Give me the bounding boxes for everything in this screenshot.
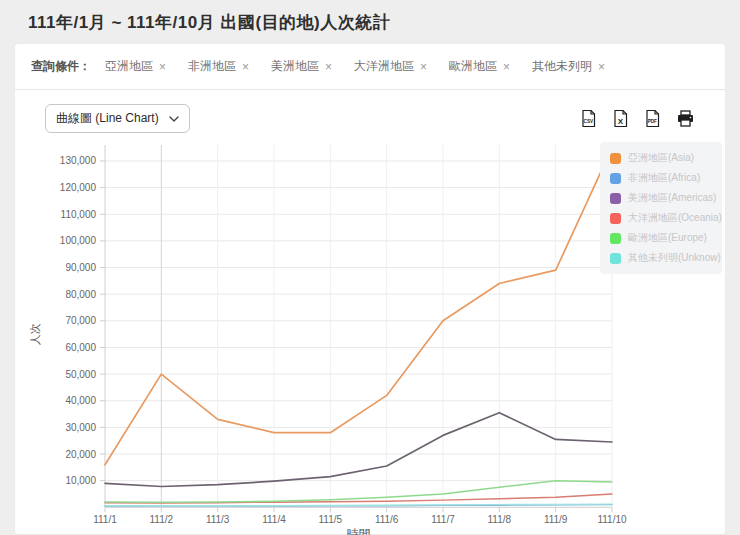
svg-text:X: X (618, 117, 624, 126)
x-axis-title: 時間 (347, 527, 371, 535)
legend-label: 其他未列明(Unknow) (628, 251, 721, 265)
x-tick-label: 111/6 (375, 514, 399, 525)
legend-label: 亞洲地區(Asia) (628, 151, 694, 165)
x-tick-label: 111/2 (150, 514, 174, 525)
export-excel-button[interactable]: X (612, 109, 629, 128)
y-tick-label: 40,000 (65, 395, 96, 406)
content-card: 查詢條件： 亞洲地區×非洲地區×美洲地區×大洋洲地區×歐洲地區×其他未列明× 曲… (15, 44, 725, 534)
print-button[interactable] (676, 109, 695, 128)
x-tick-label: 111/9 (544, 514, 568, 525)
x-tick-label: 111/8 (488, 514, 512, 525)
controls-row: 曲線圖 (Line Chart) CSV X (31, 102, 709, 133)
x-tick-label: 111/5 (319, 514, 343, 525)
filter-chip: 其他未列明× (532, 58, 605, 75)
y-tick-label: 100,000 (60, 235, 97, 246)
filter-chip-remove-icon[interactable]: × (325, 60, 332, 74)
pdf-file-icon: PDF (644, 109, 661, 128)
y-tick-label: 70,000 (65, 315, 96, 326)
filter-chip: 亞洲地區× (105, 58, 166, 75)
filter-chip-remove-icon[interactable]: × (420, 60, 427, 74)
svg-text:CSV: CSV (584, 119, 594, 124)
x-tick-label: 111/7 (431, 514, 455, 525)
printer-icon (676, 109, 695, 128)
y-tick-label: 90,000 (65, 262, 96, 273)
legend-item[interactable]: 歐洲地區(Europe) (610, 231, 712, 245)
filter-chip-label: 大洋洲地區 (354, 58, 414, 75)
x-tick-label: 111/3 (206, 514, 230, 525)
chart-type-select[interactable]: 曲線圖 (Line Chart) (45, 104, 190, 133)
filter-chip-label: 美洲地區 (271, 58, 319, 75)
filter-chip-remove-icon[interactable]: × (242, 60, 249, 74)
excel-file-icon: X (612, 109, 629, 128)
legend-swatch (610, 233, 621, 244)
export-toolbar: CSV X PDF (580, 109, 695, 128)
legend-item[interactable]: 其他未列明(Unknow) (610, 251, 712, 265)
filter-chip-remove-icon[interactable]: × (503, 60, 510, 74)
y-tick-label: 30,000 (65, 422, 96, 433)
series-line (105, 504, 612, 506)
chevron-down-icon (169, 116, 179, 122)
filter-chip-label: 其他未列明 (532, 58, 592, 75)
y-tick-label: 10,000 (65, 475, 96, 486)
divider (15, 89, 725, 90)
legend-label: 大洋洲地區(Oceania) (628, 211, 722, 225)
filter-chip: 非洲地區× (188, 58, 249, 75)
legend-swatch (610, 173, 621, 184)
legend-item[interactable]: 美洲地區(Americas) (610, 191, 712, 205)
x-tick-label: 111/10 (597, 514, 627, 525)
export-pdf-button[interactable]: PDF (644, 109, 661, 128)
filter-conditions-label: 查詢條件： (31, 58, 91, 75)
y-tick-label: 60,000 (65, 342, 96, 353)
filter-chip-label: 非洲地區 (188, 58, 236, 75)
filter-chip-label: 歐洲地區 (449, 58, 497, 75)
filter-chip-label: 亞洲地區 (105, 58, 153, 75)
legend-item[interactable]: 非洲地區(Africa) (610, 171, 712, 185)
y-axis-title: 人次 (29, 323, 41, 345)
csv-file-icon: CSV (580, 109, 597, 128)
filter-row: 查詢條件： 亞洲地區×非洲地區×美洲地區×大洋洲地區×歐洲地區×其他未列明× (31, 58, 709, 75)
legend-item[interactable]: 大洋洲地區(Oceania) (610, 211, 712, 225)
y-tick-label: 80,000 (65, 289, 96, 300)
legend-swatch (610, 213, 621, 224)
filter-chip-remove-icon[interactable]: × (598, 60, 605, 74)
filter-chip: 美洲地區× (271, 58, 332, 75)
series-line (105, 481, 612, 503)
y-tick-label: 20,000 (65, 449, 96, 460)
export-csv-button[interactable]: CSV (580, 109, 597, 128)
legend-swatch (610, 193, 621, 204)
filter-chip-remove-icon[interactable]: × (159, 60, 166, 74)
series-line (105, 148, 612, 465)
legend-swatch (610, 153, 621, 164)
chart-type-select-value: 曲線圖 (Line Chart) (56, 110, 159, 127)
filter-chip: 大洋洲地區× (354, 58, 427, 75)
svg-text:PDF: PDF (648, 119, 657, 124)
legend-label: 非洲地區(Africa) (628, 171, 700, 185)
chart-area: 10,00020,00030,00040,00050,00060,00070,0… (15, 137, 725, 535)
y-tick-label: 50,000 (65, 369, 96, 380)
filter-chip: 歐洲地區× (449, 58, 510, 75)
chart-legend: 亞洲地區(Asia)非洲地區(Africa)美洲地區(Americas)大洋洲地… (600, 142, 722, 274)
y-tick-label: 130,000 (60, 155, 97, 166)
filter-chip-list: 亞洲地區×非洲地區×美洲地區×大洋洲地區×歐洲地區×其他未列明× (105, 58, 627, 75)
legend-label: 美洲地區(Americas) (628, 191, 716, 205)
series-line (105, 413, 612, 487)
legend-item[interactable]: 亞洲地區(Asia) (610, 151, 712, 165)
y-tick-label: 120,000 (60, 182, 97, 193)
x-tick-label: 111/4 (262, 514, 286, 525)
y-tick-label: 110,000 (61, 209, 97, 220)
page-title: 111年/1月 ~ 111年/10月 出國(目的地)人次統計 (0, 0, 740, 44)
legend-swatch (610, 253, 621, 264)
legend-label: 歐洲地區(Europe) (628, 231, 707, 245)
x-tick-label: 111/1 (93, 514, 117, 525)
